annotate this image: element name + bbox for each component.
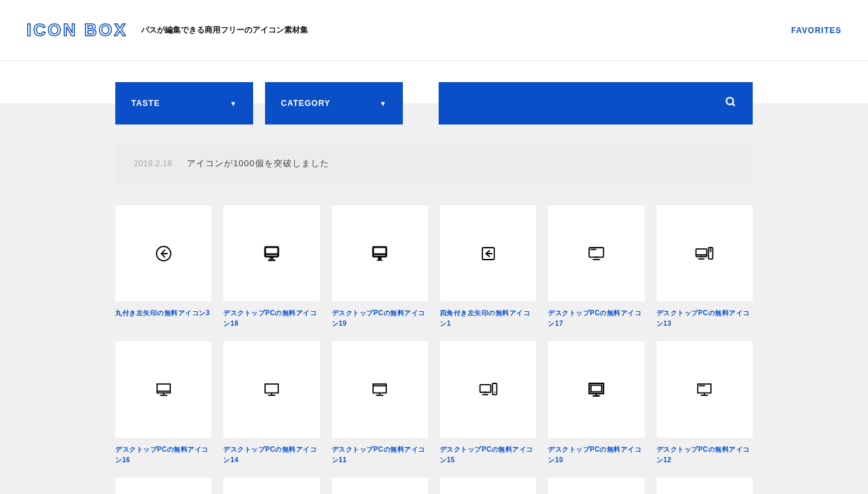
icon-card[interactable]: デスクトップPCの無料アイコン14 (223, 341, 319, 465)
icon-thumbnail (657, 205, 753, 301)
icon-card[interactable] (332, 477, 428, 494)
icon-title: デスクトップPCの無料アイコン13 (657, 308, 753, 329)
news-bar[interactable]: 2019.2.18 アイコンが1000個を突破しました (115, 143, 753, 184)
chevron-down-icon: ▼ (380, 100, 387, 107)
icon-card[interactable]: デスクトップPCの無料アイコン13 (657, 205, 753, 329)
icon-card[interactable]: 丸付き左矢印の無料アイコン3 (115, 205, 211, 329)
icon-card[interactable]: デスクトップPCの無料アイコン15 (440, 341, 536, 465)
icon-card[interactable]: デスクトップPCの無料アイコン19 (332, 205, 428, 329)
icon-title: デスクトップPCの無料アイコン15 (440, 444, 536, 466)
icon-thumbnail (223, 205, 319, 301)
icon-card[interactable]: 四角付き左矢印の無料アイコン1 (440, 205, 536, 329)
icon-thumbnail (115, 477, 211, 494)
chevron-down-icon: ▼ (230, 100, 237, 107)
svg-point-0 (726, 97, 733, 105)
icon-thumbnail (115, 341, 211, 437)
svg-rect-25 (265, 384, 278, 393)
icon-card[interactable] (657, 477, 753, 494)
icon-thumbnail (332, 341, 428, 437)
icon-thumbnail (223, 477, 319, 494)
tagline: パスが編集できる商用フリーのアイコン素材集 (141, 25, 308, 36)
icon-title: デスクトップPCの無料アイコン16 (115, 444, 211, 466)
news-text: アイコンが1000個を突破しました (187, 158, 329, 170)
icon-title: デスクトップPCの無料アイコン12 (657, 444, 753, 466)
icon-card[interactable]: デスクトップPCの無料アイコン10 (548, 341, 644, 465)
svg-line-1 (732, 103, 735, 106)
icon-title: 丸付き左矢印の無料アイコン3 (115, 308, 211, 319)
header: ICON BOX パスが編集できる商用フリーのアイコン素材集 FAVORITES (0, 0, 868, 61)
news-date: 2019.2.18 (134, 159, 172, 168)
svg-rect-14 (696, 248, 707, 256)
icon-card[interactable]: デスクトップPCの無料アイコン16 (115, 341, 211, 465)
icon-title: デスクトップPCの無料アイコン14 (223, 444, 319, 466)
icon-thumbnail (657, 341, 753, 437)
icon-thumbnail (332, 205, 428, 301)
icon-thumbnail (548, 341, 644, 437)
search-input[interactable] (455, 98, 725, 109)
icon-title: デスクトップPCの無料アイコン10 (548, 444, 644, 466)
icon-title: デスクトップPCの無料アイコン11 (332, 444, 428, 466)
icon-card[interactable] (223, 477, 319, 494)
icon-card[interactable] (440, 477, 536, 494)
icon-grid: 丸付き左矢印の無料アイコン3デスクトップPCの無料アイコン18デスクトップPCの… (115, 205, 753, 494)
icon-title: 四角付き左矢印の無料アイコン1 (440, 308, 536, 329)
icon-thumbnail (440, 341, 536, 437)
search-icon[interactable] (725, 96, 737, 111)
icon-thumbnail (223, 341, 319, 437)
icon-title: デスクトップPCの無料アイコン18 (223, 308, 319, 329)
svg-rect-5 (270, 256, 273, 259)
icon-thumbnail (440, 477, 536, 494)
category-dropdown[interactable]: CATEGORY ▼ (265, 82, 403, 124)
icon-card[interactable] (548, 477, 644, 494)
svg-point-36 (494, 392, 495, 393)
icon-thumbnail (115, 205, 211, 301)
svg-rect-32 (480, 385, 490, 393)
taste-dropdown[interactable]: TASTE ▼ (115, 82, 253, 124)
icon-card[interactable]: デスクトップPCの無料アイコン12 (657, 341, 753, 465)
svg-rect-38 (591, 385, 602, 392)
icon-title: デスクトップPCの無料アイコン19 (332, 308, 428, 329)
icon-thumbnail (548, 477, 644, 494)
icon-thumbnail (332, 477, 428, 494)
icon-thumbnail (548, 205, 644, 301)
search-bar[interactable] (439, 82, 753, 124)
icon-thumbnail (440, 205, 536, 301)
taste-label: TASTE (131, 99, 160, 108)
svg-rect-35 (492, 383, 496, 395)
icon-card[interactable] (115, 477, 211, 494)
icon-thumbnail (657, 477, 753, 494)
svg-rect-3 (265, 247, 278, 256)
favorites-link[interactable]: FAVORITES (791, 26, 841, 35)
icon-title: デスクトップPCの無料アイコン17 (548, 308, 644, 329)
icon-card[interactable]: デスクトップPCの無料アイコン17 (548, 205, 644, 329)
icon-card[interactable]: デスクトップPCの無料アイコン18 (223, 205, 319, 329)
logo[interactable]: ICON BOX (27, 20, 128, 40)
category-label: CATEGORY (281, 99, 331, 108)
svg-rect-7 (373, 247, 386, 256)
icon-card[interactable]: デスクトップPCの無料アイコン11 (332, 341, 428, 465)
